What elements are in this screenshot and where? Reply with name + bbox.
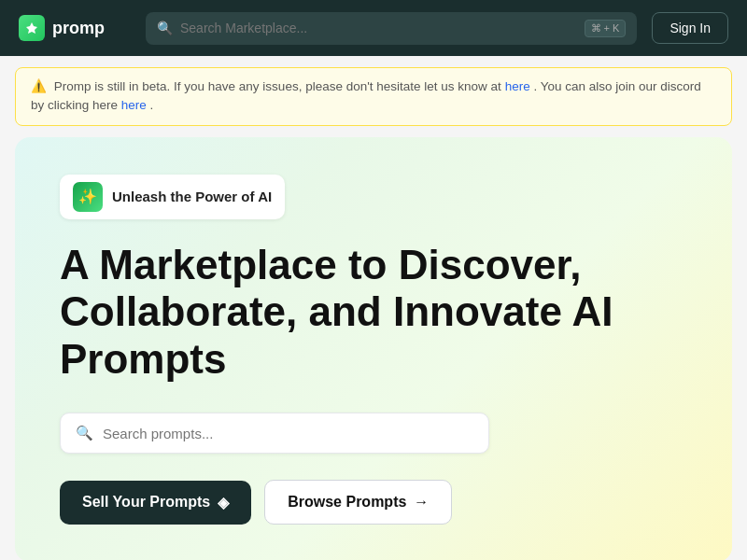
hero-search-input[interactable] — [103, 426, 473, 441]
badge-text: Unleash the Power of AI — [112, 189, 272, 204]
beta-link-here1[interactable]: here — [505, 79, 530, 93]
hero-title: A Marketplace to Discover, Collaborate, … — [60, 242, 657, 384]
logo-icon — [19, 15, 45, 41]
navbar-search-container: 🔍 ⌘ + K — [146, 12, 637, 45]
sell-prompts-button[interactable]: Sell Your Prompts ◈ — [60, 481, 251, 525]
hero-badge: ✨ Unleash the Power of AI — [60, 175, 285, 219]
browse-prompts-button[interactable]: Browse Prompts → — [264, 480, 452, 525]
sell-prompts-label: Sell Your Prompts — [82, 494, 210, 511]
beta-banner: ⚠️ Promp is still in beta. If you have a… — [15, 67, 732, 126]
warning-icon: ⚠️ — [31, 79, 47, 93]
cta-buttons: Sell Your Prompts ◈ Browse Prompts → — [60, 480, 687, 525]
beta-message-end: . — [150, 98, 154, 112]
hero-section: ✨ Unleash the Power of AI A Marketplace … — [15, 137, 732, 561]
hero-title-line2: Collaborate, and Innovate AI Prompts — [60, 288, 613, 382]
navbar: promp 🔍 ⌘ + K Sign In — [0, 0, 747, 56]
browse-prompts-label: Browse Prompts — [288, 494, 406, 511]
browse-prompts-arrow-icon: → — [414, 494, 429, 511]
beta-message-start: Promp is still in beta. If you have any … — [54, 79, 501, 93]
logo-text: promp — [52, 19, 105, 38]
logo: promp — [19, 15, 131, 41]
hero-title-line1: A Marketplace to Discover, — [60, 242, 581, 287]
beta-link-here2[interactable]: here — [121, 98, 147, 112]
hero-search-icon: 🔍 — [76, 425, 93, 441]
keyboard-shortcut-badge: ⌘ + K — [585, 20, 627, 37]
sell-prompts-icon: ◈ — [218, 494, 229, 511]
badge-icon: ✨ — [73, 182, 103, 212]
sign-in-button[interactable]: Sign In — [652, 12, 728, 44]
navbar-search-icon: 🔍 — [157, 21, 173, 35]
hero-search-container: 🔍 — [60, 413, 489, 454]
navbar-search-input[interactable] — [180, 21, 577, 35]
